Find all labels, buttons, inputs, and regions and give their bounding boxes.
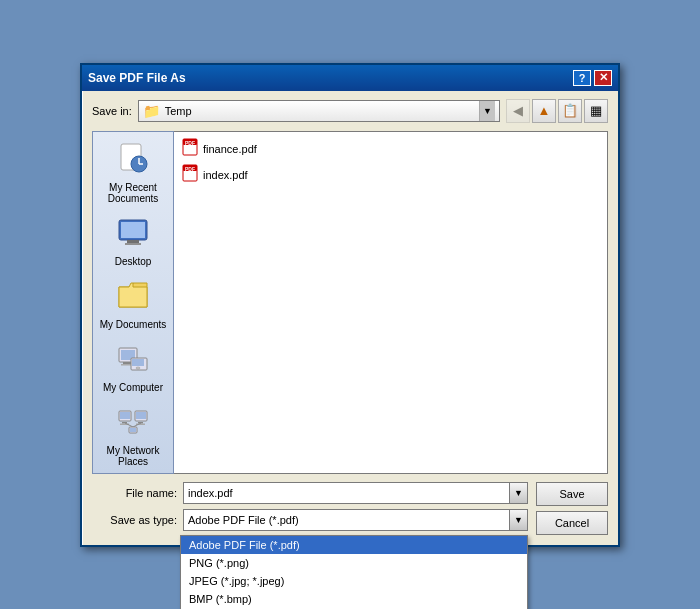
file-item-index[interactable]: PDF index.pdf	[178, 162, 603, 188]
dropdown-arrow: ▼	[479, 101, 495, 121]
save-as-type-label: Save as type:	[92, 514, 177, 526]
bottom-row: File name: ▼ Save as type: Adobe PDF Fil…	[92, 482, 608, 535]
sidebar-item-my-computer[interactable]: My Computer	[93, 336, 173, 399]
svg-rect-6	[127, 240, 139, 243]
file-name-label: File name:	[92, 487, 177, 499]
toolbar-row: Save in: 📁 Temp ▼ ◀ ▲ 📋 ▦	[92, 99, 608, 123]
toolbar-nav-buttons: ◀ ▲ 📋 ▦	[506, 99, 608, 123]
save-as-type-display: Adobe PDF File (*.pdf)	[183, 509, 510, 531]
cancel-button[interactable]: Cancel	[536, 511, 608, 535]
form-fields: File name: ▼ Save as type: Adobe PDF Fil…	[92, 482, 528, 531]
sidebar-item-recent-docs[interactable]: My RecentDocuments	[93, 136, 173, 210]
svg-rect-22	[136, 412, 146, 419]
file-name-input[interactable]	[183, 482, 510, 504]
save-as-type-row: Save as type: Adobe PDF File (*.pdf) ▼	[92, 509, 528, 531]
file-name-row: File name: ▼	[92, 482, 528, 504]
svg-text:PDF: PDF	[185, 140, 195, 146]
svg-rect-12	[123, 362, 131, 364]
sidebar-item-recent-docs-label: My RecentDocuments	[108, 182, 159, 204]
svg-rect-18	[120, 412, 130, 419]
file-item-finance[interactable]: PDF finance.pdf	[178, 136, 603, 162]
dropdown-item-jpeg[interactable]: JPEG (*.jpg; *.jpeg)	[181, 572, 527, 590]
folder-icon: 📁	[143, 103, 160, 119]
dropdown-item-png[interactable]: PNG (*.png)	[181, 554, 527, 572]
sidebar-item-my-computer-label: My Computer	[103, 382, 163, 393]
save-as-type-wrapper: Adobe PDF File (*.pdf) ▼	[183, 509, 528, 531]
save-dialog: Save PDF File As ? ✕ Save in: 📁 Temp ▼ ◀…	[80, 63, 620, 547]
titlebar: Save PDF File As ? ✕	[82, 65, 618, 91]
pdf-icon-finance: PDF	[182, 138, 198, 160]
main-area: My RecentDocuments Desktop	[92, 131, 608, 474]
svg-rect-5	[121, 222, 145, 238]
svg-rect-15	[132, 359, 144, 366]
view-button[interactable]: ▦	[584, 99, 608, 123]
sidebar: My RecentDocuments Desktop	[92, 131, 174, 474]
dropdown-item-pdf[interactable]: Adobe PDF File (*.pdf)	[181, 536, 527, 554]
file-list[interactable]: PDF finance.pdf PDF index.pdf	[174, 131, 608, 474]
svg-rect-28	[130, 428, 136, 432]
dropdown-item-bmp[interactable]: BMP (*.bmp)	[181, 590, 527, 608]
save-in-dropdown[interactable]: 📁 Temp ▼	[138, 100, 500, 122]
up-button[interactable]: ▲	[532, 99, 556, 123]
sidebar-item-my-network-label: My NetworkPlaces	[107, 445, 160, 467]
dialog-content: Save in: 📁 Temp ▼ ◀ ▲ 📋 ▦	[82, 91, 618, 545]
sidebar-item-desktop[interactable]: Desktop	[93, 210, 173, 273]
dialog-title: Save PDF File As	[88, 71, 573, 85]
pdf-icon-index: PDF	[182, 164, 198, 186]
my-computer-icon	[117, 342, 149, 379]
save-as-type-arrow[interactable]: ▼	[510, 509, 528, 531]
help-button[interactable]: ?	[573, 70, 591, 86]
svg-rect-7	[125, 243, 141, 245]
sidebar-item-my-network[interactable]: My NetworkPlaces	[93, 399, 173, 473]
svg-marker-9	[119, 283, 147, 307]
save-in-label: Save in:	[92, 105, 132, 117]
svg-text:PDF: PDF	[185, 166, 195, 172]
file-name-finance: finance.pdf	[203, 143, 257, 155]
action-buttons: Save Cancel	[536, 482, 608, 535]
save-button[interactable]: Save	[536, 482, 608, 506]
my-documents-icon	[117, 279, 149, 316]
current-folder: Temp	[165, 105, 479, 117]
file-name-arrow[interactable]: ▼	[510, 482, 528, 504]
recent-button[interactable]: 📋	[558, 99, 582, 123]
recent-docs-icon	[117, 142, 149, 179]
sidebar-item-my-documents[interactable]: My Documents	[93, 273, 173, 336]
titlebar-buttons: ? ✕	[573, 70, 612, 86]
close-button[interactable]: ✕	[594, 70, 612, 86]
sidebar-item-desktop-label: Desktop	[115, 256, 152, 267]
back-button[interactable]: ◀	[506, 99, 530, 123]
file-type-dropdown: Adobe PDF File (*.pdf) PNG (*.png) JPEG …	[180, 535, 528, 610]
desktop-icon	[117, 216, 149, 253]
svg-point-16	[136, 367, 140, 369]
file-name-input-wrapper: ▼	[183, 482, 528, 504]
my-network-icon	[117, 405, 149, 442]
file-name-index: index.pdf	[203, 169, 248, 181]
sidebar-item-my-documents-label: My Documents	[100, 319, 167, 330]
